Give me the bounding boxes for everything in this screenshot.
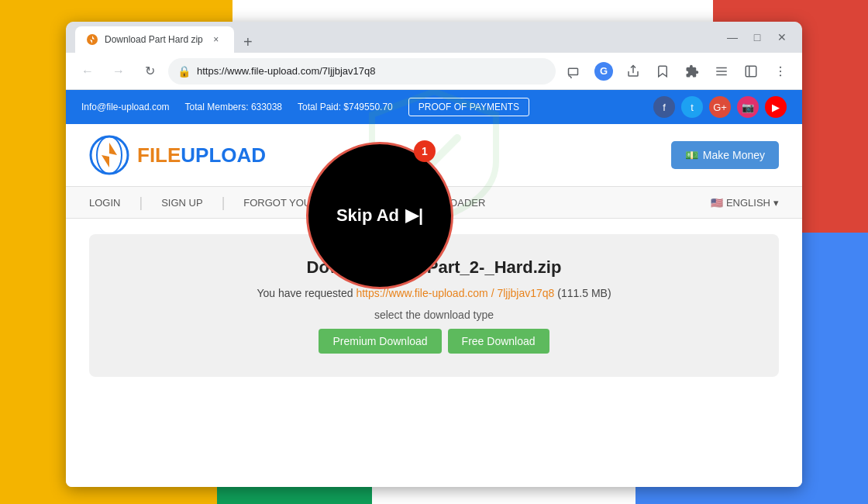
instagram-button[interactable]: 📷: [737, 96, 759, 118]
share-button[interactable]: [621, 59, 646, 84]
lang-arrow: ▾: [773, 197, 779, 209]
minimize-button[interactable]: —: [722, 26, 743, 48]
logo-text-file: FILE: [137, 143, 181, 167]
logo-icon: [89, 135, 129, 175]
make-money-label: Make Money: [703, 149, 765, 161]
skip-ad-overlay: 1 Skip Ad ▶|: [306, 142, 453, 289]
nav-divider-2: |: [222, 195, 226, 211]
url-bar[interactable]: 🔒 https://www.file-upload.com/7ljjbjav17…: [168, 58, 556, 85]
svg-point-10: [780, 70, 781, 71]
nav-right: 🇺🇸 ENGLISH ▾: [711, 197, 779, 209]
facebook-button[interactable]: f: [653, 96, 675, 118]
tabs-area: Download Part Hard zip × +: [75, 22, 722, 53]
toolbar-icons: G: [562, 59, 793, 84]
maximize-button[interactable]: □: [746, 26, 768, 48]
nav-signup[interactable]: SIGN UP: [161, 197, 202, 209]
nav-divider-1: |: [139, 195, 143, 211]
download-type-label: select the download type: [120, 309, 748, 321]
skip-ad-label: Skip Ad: [336, 205, 399, 226]
header-social: f t G+ 📷 ▶: [653, 96, 787, 118]
lang-flag: 🇺🇸: [711, 197, 723, 209]
logo-text-upload: UPLOAD: [181, 143, 266, 167]
title-bar: Download Part Hard zip × + — □ ✕: [66, 22, 802, 53]
address-bar: ← → ↻ 🔒 https://www.file-upload.com/7ljj…: [66, 53, 802, 90]
premium-download-button[interactable]: Premium Download: [319, 329, 441, 354]
svg-rect-2: [569, 68, 578, 74]
svg-point-13: [97, 136, 122, 174]
header-members: Total Members: 633038: [185, 102, 282, 112]
cast-button[interactable]: [562, 59, 587, 84]
download-size: (111.5 MB): [557, 287, 611, 299]
back-button[interactable]: ←: [75, 59, 100, 84]
skip-ad-button[interactable]: 1 Skip Ad ▶|: [306, 142, 453, 289]
svg-point-11: [780, 74, 781, 76]
window-controls: — □ ✕: [722, 26, 793, 48]
browser-window: Download Part Hard zip × + — □ ✕ ← → ↻ 🔒…: [66, 22, 802, 487]
skip-ad-play-icon: ▶|: [405, 205, 423, 226]
logo-container: FILEUPLOAD: [89, 135, 266, 175]
svg-marker-14: [102, 143, 117, 167]
google-g-icon: G: [594, 62, 613, 81]
extension-button[interactable]: [680, 59, 704, 84]
url-text: https://www.file-upload.com/7ljjbjav17q8: [197, 65, 546, 77]
make-money-button[interactable]: 💵 Make Money: [671, 141, 779, 169]
svg-point-9: [780, 66, 781, 67]
lang-text: ENGLISH: [726, 197, 770, 209]
language-selector[interactable]: 🇺🇸 ENGLISH ▾: [711, 197, 779, 209]
more-menu-button[interactable]: [768, 59, 793, 84]
new-tab-button[interactable]: +: [237, 31, 259, 53]
svg-rect-7: [746, 66, 756, 77]
active-tab[interactable]: Download Part Hard zip ×: [75, 26, 234, 53]
refresh-button[interactable]: ↻: [137, 59, 162, 84]
forward-button[interactable]: →: [106, 59, 131, 84]
close-button[interactable]: ✕: [771, 26, 793, 48]
googleplus-button[interactable]: G+: [709, 96, 731, 118]
download-buttons: Premium Download Free Download: [120, 329, 748, 354]
skip-ad-text: Skip Ad ▶|: [336, 205, 423, 226]
lock-icon: 🔒: [177, 65, 191, 78]
skip-ad-badge: 1: [414, 140, 436, 162]
logo-text: FILEUPLOAD: [137, 143, 266, 167]
header-email: Info@file-upload.com: [81, 102, 170, 112]
tab-favicon: [86, 33, 98, 46]
profile-menu-button[interactable]: [709, 59, 734, 84]
tab-close-button[interactable]: ×: [209, 33, 223, 47]
twitter-button[interactable]: t: [681, 96, 703, 118]
google-apps-button[interactable]: G: [591, 59, 616, 84]
nav-login[interactable]: LOGIN: [89, 197, 120, 209]
youtube-button[interactable]: ▶: [765, 96, 787, 118]
bookmark-button[interactable]: [650, 59, 675, 84]
free-download-button[interactable]: Free Download: [448, 329, 549, 354]
tab-title: Download Part Hard zip: [105, 34, 203, 45]
make-money-icon: 💵: [685, 149, 698, 161]
sidebar-button[interactable]: [739, 59, 763, 84]
